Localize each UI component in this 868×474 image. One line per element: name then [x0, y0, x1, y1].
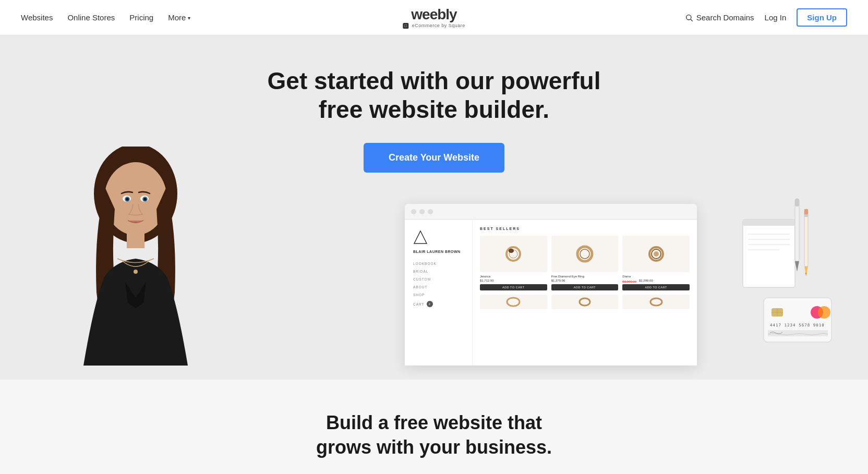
nav-link-websites[interactable]: Websites: [21, 13, 53, 22]
svg-rect-26: [743, 220, 795, 226]
bottom-title: Build a free website thatgrows with your…: [21, 411, 847, 460]
mock-section-title: BEST SELLERS: [480, 227, 690, 230]
mock-nav-lookbook: LOOKBOOK: [413, 262, 464, 265]
mock-product-1-add-btn: ADD TO CART: [480, 284, 547, 290]
svg-text:4417  1234  5678  9010: 4417 1234 5678 9010: [770, 323, 825, 327]
square-badge: □: [403, 23, 408, 29]
svg-point-0: [686, 15, 691, 19]
mock-product-3-image: [622, 236, 690, 272]
ring-icon-2: [574, 243, 596, 265]
mock-product-3-original-price: $1,900.00: [622, 280, 636, 283]
mock-cart: CART 2: [413, 301, 464, 307]
mock-website-body: BLAIR LAUREN BROWN LOOKBOOK BRIDAL CUSTO…: [405, 220, 697, 366]
hero-section: Get started with our powerful free websi…: [0, 35, 868, 380]
signup-button[interactable]: Sign Up: [797, 8, 847, 27]
mock-website-preview: BLAIR LAUREN BROWN LOOKBOOK BRIDAL CUSTO…: [405, 204, 697, 366]
svg-point-46: [818, 306, 830, 319]
mock-product-2-add-btn: ADD TO CART: [551, 284, 619, 290]
decoration-svg: 4417 1234 5678 9010: [732, 188, 837, 366]
nav-link-online-stores[interactable]: Online Stores: [67, 13, 115, 22]
ring-icon-4: [505, 297, 521, 307]
mock-triangle-icon: [413, 230, 428, 245]
decoration-elements: 4417 1234 5678 9010: [732, 188, 837, 366]
create-website-button[interactable]: Create Your Website: [364, 143, 504, 173]
ring-icon-6: [648, 297, 664, 307]
svg-rect-31: [795, 199, 799, 261]
mock-sidebar: BLAIR LAUREN BROWN LOOKBOOK BRIDAL CUSTO…: [405, 220, 473, 366]
mock-product-2-name: Fine Diamond Eye Ring: [551, 275, 619, 278]
nav-link-pricing[interactable]: Pricing: [129, 13, 153, 22]
svg-rect-34: [804, 209, 808, 266]
mock-nav-about: ABOUT: [413, 285, 464, 289]
svg-point-18: [580, 249, 589, 259]
svg-point-22: [507, 298, 520, 306]
mock-product-5-image: [551, 295, 619, 309]
ring-icon-5: [577, 297, 593, 307]
svg-marker-12: [414, 231, 427, 244]
svg-point-10: [126, 198, 129, 201]
svg-marker-32: [795, 261, 799, 272]
person-image: [52, 147, 219, 366]
mock-product-4: [480, 295, 547, 312]
bottom-section: Build a free website thatgrows with your…: [0, 380, 868, 474]
search-icon: [685, 14, 693, 22]
svg-rect-4: [127, 227, 144, 248]
svg-point-21: [654, 251, 659, 257]
mock-product-1: Jessica $1,712.50 ADD TO CART: [480, 236, 547, 290]
svg-rect-25: [743, 220, 795, 287]
login-link[interactable]: Log In: [765, 13, 787, 22]
mock-product-1-image: [480, 236, 547, 272]
browser-dot-2: [419, 209, 425, 214]
mock-product-2-image: [551, 236, 619, 272]
navbar: Websites Online Stores Pricing More ▾ we…: [0, 0, 868, 35]
mock-product-6: [622, 295, 690, 312]
mock-nav-shop: SHOP: [413, 293, 464, 297]
svg-point-24: [650, 298, 662, 306]
mock-nav-custom: CUSTOM: [413, 277, 464, 281]
browser-dot-1: [411, 209, 416, 214]
mock-product-3-name: Diana: [622, 275, 690, 278]
svg-point-17: [577, 247, 592, 261]
mock-product-1-name: Jessica: [480, 275, 547, 278]
mock-product-4-image: [480, 295, 547, 309]
mock-product-grid: Jessica $1,712.50 ADD TO CART: [480, 236, 690, 290]
hero-illustration: BLAIR LAUREN BROWN LOOKBOOK BRIDAL CUSTO…: [0, 199, 868, 366]
mock-cart-badge: 2: [427, 301, 433, 307]
svg-marker-36: [805, 273, 807, 276]
mock-product-area: BEST SELLERS: [473, 220, 697, 366]
search-domains-button[interactable]: Search Domains: [685, 13, 754, 22]
mock-product-grid-row2: [480, 295, 690, 312]
browser-bar: [405, 204, 697, 220]
ring-icon-3: [645, 243, 667, 265]
svg-rect-38: [804, 214, 808, 217]
svg-rect-37: [804, 209, 808, 214]
mock-product-2: Fine Diamond Eye Ring $1,275.00 ADD TO C…: [551, 236, 619, 290]
nav-links: Websites Online Stores Pricing More ▾: [21, 13, 190, 22]
chevron-down-icon: ▾: [188, 15, 190, 21]
ring-icon-1: [502, 243, 524, 265]
mock-product-3-price: $2,299.00: [639, 279, 653, 282]
svg-rect-44: [768, 330, 828, 336]
svg-line-1: [691, 19, 693, 21]
mock-product-3-add-btn: ADD TO CART: [622, 284, 690, 290]
mock-brand-name: BLAIR LAUREN BROWN: [413, 250, 464, 253]
svg-point-13: [507, 247, 520, 261]
logo-text: weebly: [411, 7, 456, 22]
mock-product-2-price: $1,275.00: [551, 279, 619, 282]
site-logo[interactable]: weebly □ eCommerce by Square: [403, 7, 465, 28]
mock-product-6-image: [622, 295, 690, 309]
browser-dot-3: [428, 209, 433, 214]
svg-point-5: [134, 270, 138, 274]
mock-product-1-price: $1,712.50: [480, 279, 547, 282]
mock-product-3-price-area: $1,900.00 $2,299.00: [622, 279, 690, 284]
hero-title: Get started with our powerful free websi…: [262, 67, 606, 124]
nav-actions: Search Domains Log In Sign Up: [685, 8, 847, 27]
nav-more-dropdown[interactable]: More ▾: [168, 13, 190, 22]
mock-product-5: [551, 295, 619, 312]
logo-subtitle: □ eCommerce by Square: [403, 23, 465, 28]
mock-logo: BLAIR LAUREN BROWN: [413, 230, 464, 253]
hero-content: Get started with our powerful free websi…: [251, 67, 617, 199]
svg-point-11: [143, 198, 147, 201]
svg-point-16: [510, 250, 513, 252]
svg-rect-33: [795, 199, 799, 206]
